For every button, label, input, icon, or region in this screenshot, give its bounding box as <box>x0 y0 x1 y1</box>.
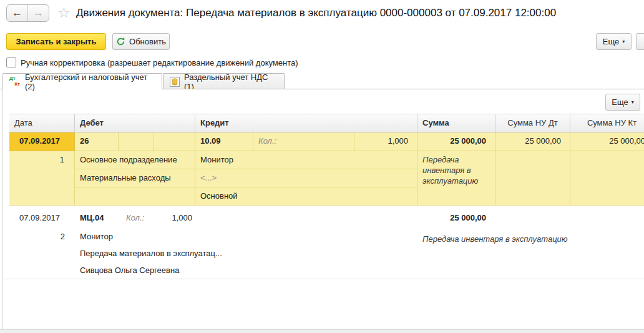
column-header-amount-nu-kt: Сумма НУ Кт <box>570 114 644 132</box>
cell-amount[interactable]: 25 000,00 <box>417 209 486 226</box>
cell-credit-analytics[interactable]: Монитор <box>195 151 417 169</box>
refresh-label: Обновить <box>129 37 166 46</box>
column-header-amount: Сумма <box>417 114 495 132</box>
cell-qty-label[interactable]: Кол.: <box>126 209 144 226</box>
cell-credit-account[interactable]: 10.09 <box>195 132 253 151</box>
cell-credit-analytics[interactable]: <...> <box>195 169 417 187</box>
table-row: 07.09.2017 26 10.09 Кол.: 1,000 25 000,0… <box>9 132 644 206</box>
tab-accounting-label: Бухгалтерский и налоговый учет (2) <box>25 72 155 91</box>
cell-debit-analytics[interactable] <box>75 187 195 206</box>
movements-window: { "colors": { "accent-gold": "#F6C82A", … <box>0 0 644 333</box>
more-label: Еще <box>612 97 628 107</box>
window-button-partial[interactable] <box>636 33 644 50</box>
refresh-button[interactable]: Обновить <box>112 33 170 50</box>
cell-date[interactable]: 07.09.2017 <box>19 209 60 226</box>
cell-debit-analytics[interactable]: Материальные расходы <box>75 169 195 187</box>
cell-amount-nu-kt[interactable]: 25 000,00 <box>570 132 644 151</box>
back-icon: ← <box>12 7 22 19</box>
cell-row-number[interactable]: 2 <box>9 228 65 245</box>
tab-vat[interactable]: Раздельный учет НДС (1) <box>163 73 285 89</box>
nav-button-group: ← → <box>6 4 49 22</box>
cell-empty[interactable] <box>154 132 195 151</box>
window-title: Движения документа: Передача материалов … <box>76 7 556 19</box>
tab-vat-label: Раздельный учет НДС (1) <box>184 72 278 91</box>
cell-debit-analytics[interactable]: Монитор <box>80 228 113 245</box>
table-row[interactable]: 07.09.2017 МЦ.04 Кол.: 1,000 25 000,00 2… <box>9 209 644 279</box>
more-button-table[interactable]: Еще ▾ <box>605 94 640 111</box>
movements-panel: Еще ▾ Дата Дебет Кредит Сумма Сумма НУ Д… <box>2 89 644 329</box>
column-header-amount-nu-dt: Сумма НУ Дт <box>495 114 570 132</box>
cell-debit-account[interactable]: 26 <box>75 132 119 151</box>
refresh-icon <box>116 37 125 46</box>
coins-icon <box>170 77 180 87</box>
manual-adjustment-checkbox[interactable] <box>6 57 16 67</box>
dt-kt-icon: Дт Кт <box>9 76 21 87</box>
favorite-star-icon[interactable]: ☆ <box>57 4 71 21</box>
cell-amount-nu-dt[interactable]: 25 000,00 <box>495 132 570 151</box>
forward-icon: → <box>33 7 44 19</box>
cell-debit-analytics[interactable]: Передача материалов в эксплуатац... <box>80 245 222 262</box>
cell-amount[interactable]: 25 000,00 <box>417 132 495 151</box>
column-header-debit: Дебет <box>75 114 195 132</box>
window-bottom-edge <box>0 329 644 333</box>
chevron-down-icon: ▾ <box>632 99 634 105</box>
more-button-toolbar[interactable]: Еще ▾ <box>596 33 632 50</box>
cell-debit-analytics[interactable]: Сивцова Ольга Сергеевна <box>80 262 179 279</box>
movements-table: Дата Дебет Кредит Сумма Сумма НУ Дт Сумм… <box>9 114 644 279</box>
cell-empty[interactable] <box>570 151 644 206</box>
cell-debit-qty[interactable]: 1,000 <box>163 209 192 226</box>
column-header-date: Дата <box>9 114 75 132</box>
more-label: Еще <box>603 37 619 46</box>
cell-debit-analytics[interactable]: Основное подразделение <box>75 151 195 169</box>
cell-credit-qty[interactable]: 1,000 <box>354 132 417 151</box>
chevron-down-icon: ▾ <box>622 39 625 44</box>
back-button[interactable]: ← <box>7 5 27 21</box>
save-and-close-button[interactable]: Записать и закрыть <box>6 33 106 50</box>
cell-comment[interactable]: Передача инвентаря в эксплуатацию <box>417 151 495 206</box>
tab-accounting[interactable]: Дт Кт Бухгалтерский и налоговый учет (2) <box>2 73 162 89</box>
table-header-row: Дата Дебет Кредит Сумма Сумма НУ Дт Сумм… <box>9 114 644 132</box>
cell-date-selected[interactable]: 07.09.2017 <box>9 132 75 151</box>
column-header-credit: Кредит <box>195 114 417 132</box>
table-bottom-divider <box>3 279 644 279</box>
cell-qty-label[interactable]: Кол.: <box>253 132 354 151</box>
cell-row-number[interactable]: 1 <box>9 151 75 206</box>
manual-adjustment-label[interactable]: Ручная корректировка (разрешает редактир… <box>21 58 298 67</box>
cell-comment[interactable]: Передача инвентаря в эксплуатацию <box>422 231 492 247</box>
forward-button[interactable]: → <box>27 5 49 21</box>
cell-empty[interactable] <box>495 151 570 206</box>
cell-debit-account[interactable]: МЦ.04 <box>80 209 104 226</box>
cell-empty[interactable] <box>119 132 154 151</box>
cell-credit-analytics[interactable]: Основной <box>195 187 417 206</box>
